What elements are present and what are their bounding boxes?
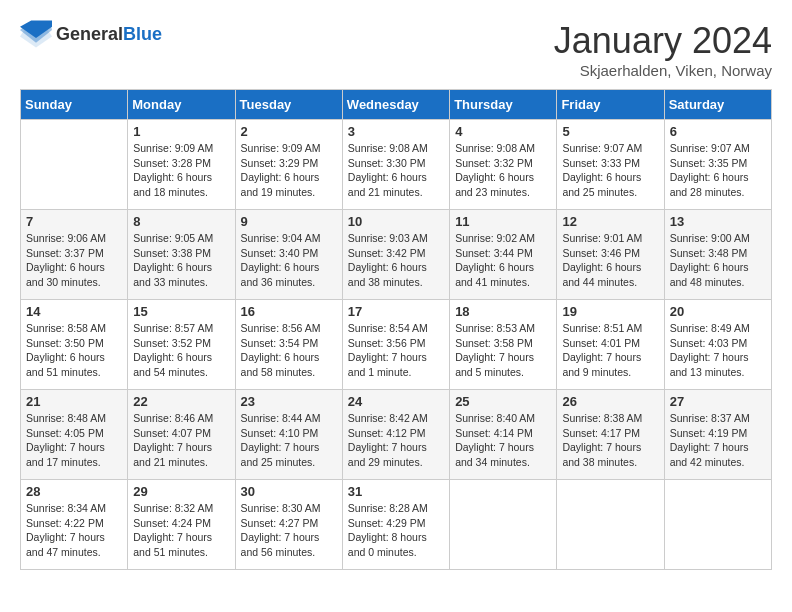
day-number: 20 [670,304,766,319]
calendar-cell: 5Sunrise: 9:07 AMSunset: 3:33 PMDaylight… [557,120,664,210]
title-area: January 2024 Skjaerhalden, Viken, Norway [554,20,772,79]
day-number: 4 [455,124,551,139]
day-info: Sunrise: 8:34 AMSunset: 4:22 PMDaylight:… [26,501,122,560]
calendar-cell: 27Sunrise: 8:37 AMSunset: 4:19 PMDayligh… [664,390,771,480]
day-number: 11 [455,214,551,229]
calendar-cell: 14Sunrise: 8:58 AMSunset: 3:50 PMDayligh… [21,300,128,390]
day-number: 9 [241,214,337,229]
calendar-cell: 17Sunrise: 8:54 AMSunset: 3:56 PMDayligh… [342,300,449,390]
calendar-cell: 6Sunrise: 9:07 AMSunset: 3:35 PMDaylight… [664,120,771,210]
calendar-cell: 24Sunrise: 8:42 AMSunset: 4:12 PMDayligh… [342,390,449,480]
day-number: 21 [26,394,122,409]
day-info: Sunrise: 9:03 AMSunset: 3:42 PMDaylight:… [348,231,444,290]
days-header-row: SundayMondayTuesdayWednesdayThursdayFrid… [21,90,772,120]
day-number: 2 [241,124,337,139]
calendar-cell: 18Sunrise: 8:53 AMSunset: 3:58 PMDayligh… [450,300,557,390]
logo-icon [20,20,52,48]
day-info: Sunrise: 8:32 AMSunset: 4:24 PMDaylight:… [133,501,229,560]
day-info: Sunrise: 8:57 AMSunset: 3:52 PMDaylight:… [133,321,229,380]
calendar-cell: 25Sunrise: 8:40 AMSunset: 4:14 PMDayligh… [450,390,557,480]
week-row-1: 1Sunrise: 9:09 AMSunset: 3:28 PMDaylight… [21,120,772,210]
month-title: January 2024 [554,20,772,62]
day-number: 16 [241,304,337,319]
day-number: 17 [348,304,444,319]
day-info: Sunrise: 8:37 AMSunset: 4:19 PMDaylight:… [670,411,766,470]
calendar-cell: 9Sunrise: 9:04 AMSunset: 3:40 PMDaylight… [235,210,342,300]
week-row-4: 21Sunrise: 8:48 AMSunset: 4:05 PMDayligh… [21,390,772,480]
day-info: Sunrise: 9:07 AMSunset: 3:33 PMDaylight:… [562,141,658,200]
logo-blue: Blue [123,24,162,44]
header: GeneralBlue January 2024 Skjaerhalden, V… [20,20,772,79]
calendar-cell: 15Sunrise: 8:57 AMSunset: 3:52 PMDayligh… [128,300,235,390]
calendar-cell: 20Sunrise: 8:49 AMSunset: 4:03 PMDayligh… [664,300,771,390]
day-info: Sunrise: 9:02 AMSunset: 3:44 PMDaylight:… [455,231,551,290]
day-number: 3 [348,124,444,139]
day-info: Sunrise: 8:51 AMSunset: 4:01 PMDaylight:… [562,321,658,380]
calendar-cell [21,120,128,210]
day-info: Sunrise: 9:06 AMSunset: 3:37 PMDaylight:… [26,231,122,290]
calendar-cell: 4Sunrise: 9:08 AMSunset: 3:32 PMDaylight… [450,120,557,210]
day-number: 5 [562,124,658,139]
week-row-3: 14Sunrise: 8:58 AMSunset: 3:50 PMDayligh… [21,300,772,390]
day-number: 22 [133,394,229,409]
day-header-tuesday: Tuesday [235,90,342,120]
day-number: 25 [455,394,551,409]
calendar-table: SundayMondayTuesdayWednesdayThursdayFrid… [20,89,772,570]
calendar-cell: 16Sunrise: 8:56 AMSunset: 3:54 PMDayligh… [235,300,342,390]
day-header-wednesday: Wednesday [342,90,449,120]
day-info: Sunrise: 8:42 AMSunset: 4:12 PMDaylight:… [348,411,444,470]
day-info: Sunrise: 9:01 AMSunset: 3:46 PMDaylight:… [562,231,658,290]
day-number: 1 [133,124,229,139]
week-row-2: 7Sunrise: 9:06 AMSunset: 3:37 PMDaylight… [21,210,772,300]
day-number: 29 [133,484,229,499]
day-info: Sunrise: 8:30 AMSunset: 4:27 PMDaylight:… [241,501,337,560]
logo-general: General [56,24,123,44]
day-number: 10 [348,214,444,229]
calendar-cell: 23Sunrise: 8:44 AMSunset: 4:10 PMDayligh… [235,390,342,480]
day-header-sunday: Sunday [21,90,128,120]
calendar-cell [450,480,557,570]
day-number: 13 [670,214,766,229]
day-number: 26 [562,394,658,409]
calendar-cell: 21Sunrise: 8:48 AMSunset: 4:05 PMDayligh… [21,390,128,480]
day-header-saturday: Saturday [664,90,771,120]
calendar-cell: 30Sunrise: 8:30 AMSunset: 4:27 PMDayligh… [235,480,342,570]
day-info: Sunrise: 8:58 AMSunset: 3:50 PMDaylight:… [26,321,122,380]
day-header-friday: Friday [557,90,664,120]
day-number: 6 [670,124,766,139]
logo-text: GeneralBlue [56,24,162,45]
calendar-cell: 10Sunrise: 9:03 AMSunset: 3:42 PMDayligh… [342,210,449,300]
calendar-cell [664,480,771,570]
day-info: Sunrise: 9:07 AMSunset: 3:35 PMDaylight:… [670,141,766,200]
day-info: Sunrise: 8:54 AMSunset: 3:56 PMDaylight:… [348,321,444,380]
week-row-5: 28Sunrise: 8:34 AMSunset: 4:22 PMDayligh… [21,480,772,570]
calendar-cell: 29Sunrise: 8:32 AMSunset: 4:24 PMDayligh… [128,480,235,570]
day-number: 14 [26,304,122,319]
day-info: Sunrise: 8:46 AMSunset: 4:07 PMDaylight:… [133,411,229,470]
day-info: Sunrise: 9:08 AMSunset: 3:30 PMDaylight:… [348,141,444,200]
day-info: Sunrise: 8:28 AMSunset: 4:29 PMDaylight:… [348,501,444,560]
calendar-cell: 19Sunrise: 8:51 AMSunset: 4:01 PMDayligh… [557,300,664,390]
day-number: 7 [26,214,122,229]
day-info: Sunrise: 8:44 AMSunset: 4:10 PMDaylight:… [241,411,337,470]
day-number: 24 [348,394,444,409]
day-info: Sunrise: 8:40 AMSunset: 4:14 PMDaylight:… [455,411,551,470]
day-number: 30 [241,484,337,499]
day-info: Sunrise: 8:49 AMSunset: 4:03 PMDaylight:… [670,321,766,380]
day-info: Sunrise: 9:05 AMSunset: 3:38 PMDaylight:… [133,231,229,290]
day-info: Sunrise: 8:38 AMSunset: 4:17 PMDaylight:… [562,411,658,470]
calendar-cell: 2Sunrise: 9:09 AMSunset: 3:29 PMDaylight… [235,120,342,210]
calendar-cell: 26Sunrise: 8:38 AMSunset: 4:17 PMDayligh… [557,390,664,480]
day-number: 8 [133,214,229,229]
calendar-cell: 11Sunrise: 9:02 AMSunset: 3:44 PMDayligh… [450,210,557,300]
day-number: 23 [241,394,337,409]
location-subtitle: Skjaerhalden, Viken, Norway [554,62,772,79]
day-header-thursday: Thursday [450,90,557,120]
day-info: Sunrise: 9:09 AMSunset: 3:28 PMDaylight:… [133,141,229,200]
calendar-cell: 3Sunrise: 9:08 AMSunset: 3:30 PMDaylight… [342,120,449,210]
day-number: 12 [562,214,658,229]
day-info: Sunrise: 8:53 AMSunset: 3:58 PMDaylight:… [455,321,551,380]
day-number: 27 [670,394,766,409]
day-number: 31 [348,484,444,499]
calendar-cell: 28Sunrise: 8:34 AMSunset: 4:22 PMDayligh… [21,480,128,570]
